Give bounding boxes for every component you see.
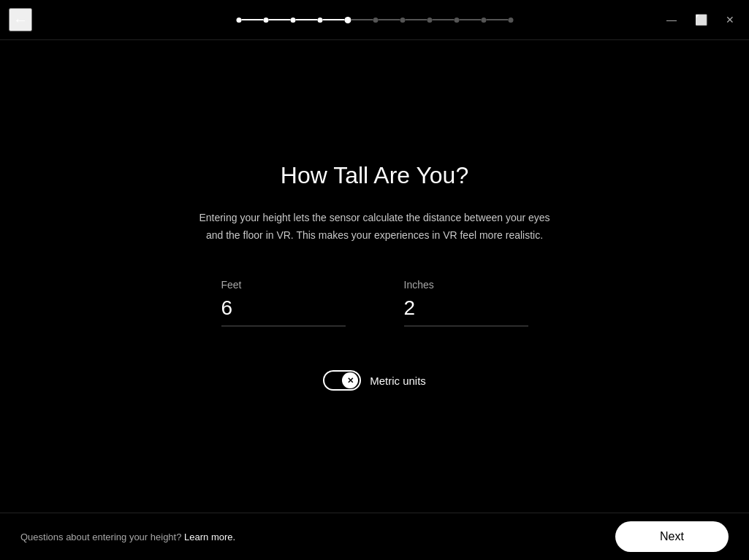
page-title: How Tall Are You?	[281, 162, 468, 189]
feet-value[interactable]: 6	[221, 296, 233, 320]
progress-line-1	[241, 19, 263, 20]
toggle-knob: ✕	[342, 372, 358, 388]
close-button[interactable]: ✕	[720, 9, 740, 30]
progress-line-10	[486, 19, 508, 20]
progress-line-3	[295, 19, 317, 20]
progress-line-5	[351, 19, 373, 20]
inches-value[interactable]: 2	[404, 296, 416, 320]
progress-line-6	[378, 19, 400, 20]
feet-underline	[221, 326, 346, 326]
metric-toggle-row: ✕ Metric units	[323, 370, 426, 391]
progress-dot-4	[317, 18, 322, 23]
learn-more-link[interactable]: Learn more.	[184, 532, 235, 542]
main-content: How Tall Are You? Entering your height l…	[0, 40, 749, 513]
maximize-button[interactable]: ⬜	[691, 9, 711, 30]
minimize-icon: —	[666, 14, 677, 26]
progress-dot-5	[344, 17, 351, 23]
progress-dot-3	[290, 18, 295, 23]
feet-label: Feet	[221, 279, 242, 291]
progress-line-8	[432, 19, 454, 20]
height-inputs: Feet 6 Inches 2	[221, 279, 528, 326]
back-button[interactable]: ←	[9, 8, 32, 31]
bottom-bar: Questions about entering your height? Le…	[0, 513, 749, 560]
progress-dot-1	[236, 18, 241, 23]
progress-track	[236, 17, 513, 23]
metric-toggle[interactable]: ✕	[323, 370, 361, 391]
progress-line-7	[405, 19, 427, 20]
minimize-button[interactable]: —	[661, 9, 682, 30]
progress-line-4	[322, 19, 344, 20]
inches-label: Inches	[404, 279, 434, 291]
page-description: Entering your height lets the sensor cal…	[192, 210, 558, 245]
progress-dot-10	[481, 18, 486, 23]
maximize-icon: ⬜	[695, 14, 707, 26]
back-arrow-icon: ←	[13, 12, 28, 28]
window-controls: — ⬜ ✕	[661, 9, 740, 30]
close-icon: ✕	[726, 14, 734, 26]
help-text: Questions about entering your height?	[20, 532, 181, 542]
progress-dot-2	[263, 18, 268, 23]
progress-dot-8	[427, 18, 432, 23]
progress-dot-9	[454, 18, 459, 23]
inches-underline	[404, 326, 528, 326]
next-button[interactable]: Next	[615, 521, 729, 552]
help-text-area: Questions about entering your height? Le…	[20, 532, 235, 542]
feet-field: Feet 6	[221, 279, 346, 326]
toggle-label: Metric units	[370, 375, 426, 387]
title-bar: ← —	[0, 0, 749, 40]
toggle-x-icon: ✕	[347, 377, 354, 385]
progress-dot-7	[400, 18, 405, 23]
progress-line-9	[459, 19, 481, 20]
progress-dot-11	[508, 18, 513, 23]
progress-dot-6	[373, 18, 378, 23]
inches-field: Inches 2	[404, 279, 528, 326]
progress-line-2	[268, 19, 290, 20]
